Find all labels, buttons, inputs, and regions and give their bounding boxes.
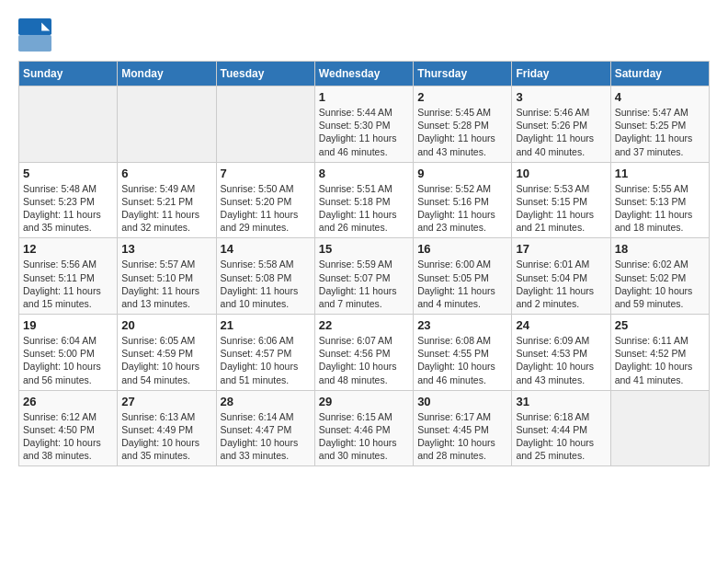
weekday-header: Thursday (414, 62, 512, 86)
day-info: Sunrise: 5:45 AM Sunset: 5:28 PM Dayligh… (417, 106, 507, 158)
calendar-week-row: 1Sunrise: 5:44 AM Sunset: 5:30 PM Daylig… (19, 86, 710, 163)
day-number: 1 (319, 90, 409, 104)
weekday-header: Monday (118, 62, 216, 86)
page-header (18, 18, 710, 52)
calendar-cell: 25Sunrise: 6:11 AM Sunset: 4:52 PM Dayli… (610, 315, 709, 391)
day-number: 9 (417, 167, 507, 180)
day-info: Sunrise: 6:04 AM Sunset: 5:00 PM Dayligh… (23, 334, 113, 386)
day-info: Sunrise: 6:17 AM Sunset: 4:45 PM Dayligh… (417, 410, 507, 463)
day-info: Sunrise: 5:51 AM Sunset: 5:18 PM Dayligh… (319, 182, 409, 235)
calendar-cell: 12Sunrise: 5:56 AM Sunset: 5:11 PM Dayli… (19, 238, 118, 315)
calendar-cell: 21Sunrise: 6:06 AM Sunset: 4:57 PM Dayli… (216, 315, 314, 391)
calendar-cell: 9Sunrise: 5:52 AM Sunset: 5:16 PM Daylig… (414, 162, 512, 238)
day-number: 6 (121, 167, 211, 180)
day-info: Sunrise: 5:58 AM Sunset: 5:08 PM Dayligh… (221, 258, 311, 310)
calendar-cell: 23Sunrise: 6:08 AM Sunset: 4:55 PM Dayli… (414, 315, 512, 391)
day-info: Sunrise: 5:52 AM Sunset: 5:16 PM Dayligh… (417, 182, 507, 235)
calendar-cell: 19Sunrise: 6:04 AM Sunset: 5:00 PM Dayli… (19, 315, 118, 391)
calendar-week-row: 26Sunrise: 6:12 AM Sunset: 4:50 PM Dayli… (19, 390, 710, 466)
day-number: 17 (516, 242, 606, 256)
day-info: Sunrise: 5:48 AM Sunset: 5:23 PM Dayligh… (23, 182, 113, 235)
calendar-cell: 16Sunrise: 6:00 AM Sunset: 5:05 PM Dayli… (414, 238, 512, 315)
logo (18, 18, 57, 52)
day-number: 4 (615, 90, 705, 104)
calendar-week-row: 5Sunrise: 5:48 AM Sunset: 5:23 PM Daylig… (19, 162, 710, 238)
calendar-cell: 4Sunrise: 5:47 AM Sunset: 5:25 PM Daylig… (610, 86, 709, 163)
day-number: 24 (516, 318, 606, 332)
day-info: Sunrise: 6:01 AM Sunset: 5:04 PM Dayligh… (516, 258, 606, 310)
calendar-cell (610, 390, 709, 466)
calendar-cell: 22Sunrise: 6:07 AM Sunset: 4:56 PM Dayli… (314, 315, 413, 391)
day-number: 22 (319, 318, 409, 332)
calendar-cell: 26Sunrise: 6:12 AM Sunset: 4:50 PM Dayli… (19, 390, 118, 466)
weekday-header: Wednesday (314, 62, 413, 86)
day-info: Sunrise: 6:08 AM Sunset: 4:55 PM Dayligh… (417, 334, 507, 386)
svg-rect-1 (18, 35, 51, 52)
day-number: 29 (319, 395, 409, 408)
calendar-cell: 27Sunrise: 6:13 AM Sunset: 4:49 PM Dayli… (118, 390, 216, 466)
calendar-cell: 31Sunrise: 6:18 AM Sunset: 4:44 PM Dayli… (512, 390, 610, 466)
day-info: Sunrise: 6:13 AM Sunset: 4:49 PM Dayligh… (121, 410, 211, 463)
day-number: 25 (615, 318, 705, 332)
day-number: 7 (221, 167, 311, 180)
calendar-cell: 11Sunrise: 5:55 AM Sunset: 5:13 PM Dayli… (610, 162, 709, 238)
calendar-cell (216, 86, 314, 163)
day-info: Sunrise: 6:02 AM Sunset: 5:02 PM Dayligh… (615, 258, 705, 310)
calendar-cell: 15Sunrise: 5:59 AM Sunset: 5:07 PM Dayli… (314, 238, 413, 315)
logo-icon (18, 18, 51, 52)
day-number: 5 (23, 167, 113, 180)
day-number: 28 (221, 395, 311, 408)
day-info: Sunrise: 6:12 AM Sunset: 4:50 PM Dayligh… (23, 410, 113, 463)
calendar-table: SundayMondayTuesdayWednesdayThursdayFrid… (18, 61, 710, 466)
calendar-cell: 28Sunrise: 6:14 AM Sunset: 4:47 PM Dayli… (216, 390, 314, 466)
day-info: Sunrise: 5:50 AM Sunset: 5:20 PM Dayligh… (221, 182, 311, 235)
svg-rect-0 (18, 18, 51, 35)
day-number: 26 (23, 395, 113, 408)
weekday-header: Friday (512, 62, 610, 86)
day-number: 13 (121, 242, 211, 256)
weekday-header: Sunday (19, 62, 118, 86)
day-number: 3 (516, 90, 606, 104)
calendar-cell: 14Sunrise: 5:58 AM Sunset: 5:08 PM Dayli… (216, 238, 314, 315)
calendar-cell: 18Sunrise: 6:02 AM Sunset: 5:02 PM Dayli… (610, 238, 709, 315)
day-info: Sunrise: 6:11 AM Sunset: 4:52 PM Dayligh… (615, 334, 705, 386)
day-number: 15 (319, 242, 409, 256)
day-number: 12 (23, 242, 113, 256)
day-number: 16 (417, 242, 507, 256)
calendar-cell: 2Sunrise: 5:45 AM Sunset: 5:28 PM Daylig… (414, 86, 512, 163)
day-number: 21 (221, 318, 311, 332)
calendar-cell (118, 86, 216, 163)
day-info: Sunrise: 5:47 AM Sunset: 5:25 PM Dayligh… (615, 106, 705, 158)
calendar-cell: 20Sunrise: 6:05 AM Sunset: 4:59 PM Dayli… (118, 315, 216, 391)
day-number: 19 (23, 318, 113, 332)
day-info: Sunrise: 6:09 AM Sunset: 4:53 PM Dayligh… (516, 334, 606, 386)
weekday-header: Saturday (610, 62, 709, 86)
day-number: 23 (417, 318, 507, 332)
calendar-header-row: SundayMondayTuesdayWednesdayThursdayFrid… (19, 62, 710, 86)
day-info: Sunrise: 5:46 AM Sunset: 5:26 PM Dayligh… (516, 106, 606, 158)
day-info: Sunrise: 6:18 AM Sunset: 4:44 PM Dayligh… (516, 410, 606, 463)
calendar-cell: 8Sunrise: 5:51 AM Sunset: 5:18 PM Daylig… (314, 162, 413, 238)
day-info: Sunrise: 6:07 AM Sunset: 4:56 PM Dayligh… (319, 334, 409, 386)
day-info: Sunrise: 5:56 AM Sunset: 5:11 PM Dayligh… (23, 258, 113, 310)
day-number: 10 (516, 167, 606, 180)
calendar-cell: 24Sunrise: 6:09 AM Sunset: 4:53 PM Dayli… (512, 315, 610, 391)
day-info: Sunrise: 6:15 AM Sunset: 4:46 PM Dayligh… (319, 410, 409, 463)
day-number: 31 (516, 395, 606, 408)
day-number: 2 (417, 90, 507, 104)
day-number: 30 (417, 395, 507, 408)
calendar-cell: 7Sunrise: 5:50 AM Sunset: 5:20 PM Daylig… (216, 162, 314, 238)
day-number: 20 (121, 318, 211, 332)
calendar-cell: 10Sunrise: 5:53 AM Sunset: 5:15 PM Dayli… (512, 162, 610, 238)
day-info: Sunrise: 5:57 AM Sunset: 5:10 PM Dayligh… (121, 258, 211, 310)
day-info: Sunrise: 5:53 AM Sunset: 5:15 PM Dayligh… (516, 182, 606, 235)
day-info: Sunrise: 5:49 AM Sunset: 5:21 PM Dayligh… (121, 182, 211, 235)
calendar-cell: 1Sunrise: 5:44 AM Sunset: 5:30 PM Daylig… (314, 86, 413, 163)
day-info: Sunrise: 5:55 AM Sunset: 5:13 PM Dayligh… (615, 182, 705, 235)
calendar-week-row: 12Sunrise: 5:56 AM Sunset: 5:11 PM Dayli… (19, 238, 710, 315)
calendar-cell (19, 86, 118, 163)
day-info: Sunrise: 5:44 AM Sunset: 5:30 PM Dayligh… (319, 106, 409, 158)
day-info: Sunrise: 6:05 AM Sunset: 4:59 PM Dayligh… (121, 334, 211, 386)
day-number: 27 (121, 395, 211, 408)
calendar-cell: 13Sunrise: 5:57 AM Sunset: 5:10 PM Dayli… (118, 238, 216, 315)
